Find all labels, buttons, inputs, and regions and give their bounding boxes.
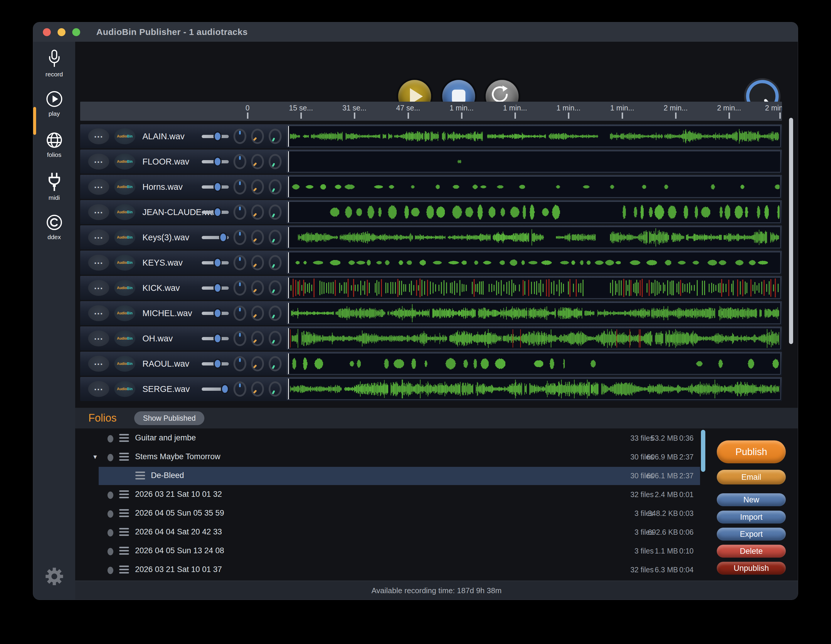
sidebar-item-folios[interactable]: folios bbox=[33, 124, 75, 165]
waveform-panel[interactable] bbox=[287, 126, 781, 147]
slider-thumb[interactable] bbox=[213, 182, 222, 192]
track-options-button[interactable]: ... bbox=[88, 204, 109, 220]
drag-handle-icon[interactable] bbox=[119, 453, 129, 462]
sidebar-item-play[interactable]: play bbox=[33, 83, 75, 124]
waveform-panel[interactable] bbox=[287, 176, 781, 198]
slider-thumb[interactable] bbox=[213, 333, 222, 343]
track-row[interactable]: ... AudioBin KICK.wav bbox=[80, 276, 782, 300]
track-row[interactable]: ... AudioBin MICHEL.wav bbox=[80, 301, 782, 325]
track-options-button[interactable]: ... bbox=[88, 330, 109, 346]
track-options-button[interactable]: ... bbox=[88, 179, 109, 195]
drag-handle-icon[interactable] bbox=[119, 434, 129, 444]
track-volume-slider[interactable] bbox=[202, 358, 229, 370]
waveform-panel[interactable] bbox=[287, 353, 781, 375]
track-knob-teal[interactable] bbox=[269, 381, 282, 397]
track-knob-teal[interactable] bbox=[269, 306, 282, 321]
track-knob-teal[interactable] bbox=[269, 129, 282, 144]
waveform-panel[interactable] bbox=[287, 252, 781, 274]
waveform-panel[interactable] bbox=[287, 378, 781, 400]
waveform-panel[interactable] bbox=[287, 328, 781, 349]
waveform-panel[interactable] bbox=[287, 302, 781, 324]
track-knob-blue[interactable] bbox=[234, 230, 246, 245]
slider-thumb[interactable] bbox=[213, 308, 222, 318]
track-knob-blue[interactable] bbox=[234, 255, 246, 270]
track-row[interactable]: ... AudioBin FLOOR.wav bbox=[80, 150, 782, 174]
track-knob-orange[interactable] bbox=[251, 154, 264, 169]
track-knob-blue[interactable] bbox=[234, 381, 246, 397]
slider-thumb[interactable] bbox=[221, 384, 229, 394]
track-volume-slider[interactable] bbox=[202, 282, 229, 294]
track-knob-orange[interactable] bbox=[251, 255, 264, 270]
export-button[interactable]: Export bbox=[717, 528, 786, 540]
folio-row[interactable]: ▼ 2026 03 21 Sat 10 01 37 32 files 6.3 M… bbox=[75, 561, 798, 579]
track-row[interactable]: ... AudioBin Horns.wav bbox=[80, 175, 782, 199]
folio-row[interactable]: ▼ De-Bleed 30 files 606.1 MB 2:37 bbox=[75, 467, 798, 485]
track-knob-blue[interactable] bbox=[234, 356, 246, 371]
track-knob-teal[interactable] bbox=[269, 154, 282, 169]
track-knob-teal[interactable] bbox=[269, 204, 282, 220]
track-volume-slider[interactable] bbox=[202, 206, 229, 218]
folio-row[interactable]: ▼ Guitar and jembe 33 files 53.2 MB 0:36 bbox=[75, 429, 798, 448]
drag-handle-icon[interactable] bbox=[119, 490, 129, 500]
slider-thumb[interactable] bbox=[219, 233, 227, 242]
folio-row[interactable]: ▼ 2026 03 21 Sat 10 01 32 32 files 2.4 M… bbox=[75, 485, 798, 504]
track-row[interactable]: ... AudioBin KEYS.wav bbox=[80, 250, 782, 275]
close-window-button[interactable] bbox=[43, 28, 51, 36]
caret-down-icon[interactable]: ▼ bbox=[92, 454, 98, 461]
track-knob-teal[interactable] bbox=[269, 230, 282, 245]
delete-button[interactable]: Delete bbox=[717, 545, 786, 558]
track-row[interactable]: ... AudioBin SERGE.wav bbox=[80, 377, 782, 401]
folio-row[interactable]: ▼ Stems Maybe Tomorrow 30 files 606.9 MB… bbox=[75, 448, 798, 467]
track-knob-blue[interactable] bbox=[234, 154, 246, 169]
track-knob-blue[interactable] bbox=[234, 331, 246, 346]
slider-thumb[interactable] bbox=[213, 359, 222, 369]
drag-handle-icon[interactable] bbox=[119, 547, 129, 556]
folios-scrollbar[interactable] bbox=[701, 430, 705, 472]
import-button[interactable]: Import bbox=[717, 511, 786, 524]
track-knob-orange[interactable] bbox=[251, 204, 264, 220]
track-knob-teal[interactable] bbox=[269, 356, 282, 371]
track-options-button[interactable]: ... bbox=[88, 255, 109, 271]
minimize-window-button[interactable] bbox=[57, 28, 65, 36]
drag-handle-icon[interactable] bbox=[119, 566, 129, 575]
email-button[interactable]: Email bbox=[717, 470, 786, 485]
track-knob-blue[interactable] bbox=[234, 204, 246, 220]
track-knob-teal[interactable] bbox=[269, 331, 282, 346]
folio-row[interactable]: ▼ 2026 04 05 Sun 13 24 08 3 files 1.1 MB… bbox=[75, 542, 798, 561]
track-row[interactable]: ... AudioBin RAOUL.wav bbox=[80, 352, 782, 376]
timeline-ruler[interactable]: 015 se...31 se...47 se...1 min...1 min..… bbox=[80, 102, 782, 121]
slider-thumb[interactable] bbox=[213, 258, 222, 268]
track-row[interactable]: ... AudioBin JEAN-CLAUDE.wav bbox=[80, 200, 782, 224]
track-row[interactable]: ... AudioBin ALAIN.wav bbox=[80, 124, 782, 148]
track-options-button[interactable]: ... bbox=[88, 230, 109, 245]
track-knob-orange[interactable] bbox=[251, 280, 264, 296]
folio-row[interactable]: ▼ 2026 04 05 Sun 05 35 59 3 files 348.2 … bbox=[75, 504, 798, 523]
publish-button[interactable]: Publish bbox=[717, 440, 786, 463]
waveform-panel[interactable] bbox=[287, 226, 781, 248]
track-knob-orange[interactable] bbox=[251, 306, 264, 321]
drag-handle-icon[interactable] bbox=[135, 472, 145, 481]
track-knob-blue[interactable] bbox=[234, 280, 246, 296]
slider-thumb[interactable] bbox=[213, 156, 222, 167]
track-volume-slider[interactable] bbox=[202, 156, 229, 167]
track-options-button[interactable]: ... bbox=[88, 280, 109, 296]
waveform-panel[interactable] bbox=[287, 277, 781, 299]
track-knob-orange[interactable] bbox=[251, 129, 264, 144]
track-options-button[interactable]: ... bbox=[88, 128, 109, 144]
track-knob-orange[interactable] bbox=[251, 356, 264, 371]
waveform-panel[interactable] bbox=[287, 201, 781, 223]
track-knob-teal[interactable] bbox=[269, 179, 282, 194]
new-button[interactable]: New bbox=[717, 493, 786, 506]
track-options-button[interactable]: ... bbox=[88, 381, 109, 397]
track-knob-orange[interactable] bbox=[251, 179, 264, 194]
settings-button[interactable] bbox=[45, 567, 64, 587]
track-options-button[interactable]: ... bbox=[88, 154, 109, 169]
drag-handle-icon[interactable] bbox=[119, 528, 129, 538]
track-volume-slider[interactable] bbox=[202, 131, 229, 142]
track-volume-slider[interactable] bbox=[202, 257, 229, 269]
track-volume-slider[interactable] bbox=[202, 181, 229, 193]
track-knob-blue[interactable] bbox=[234, 179, 246, 194]
unpublish-button[interactable]: Unpublish bbox=[717, 562, 786, 575]
sidebar-item-record[interactable]: record bbox=[33, 42, 75, 83]
track-options-button[interactable]: ... bbox=[88, 356, 109, 371]
